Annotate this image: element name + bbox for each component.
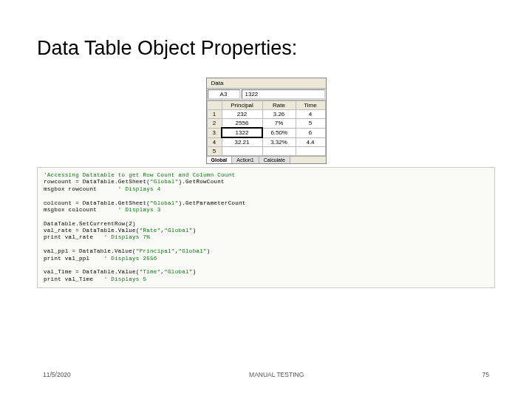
code-comment: 'Accessing Datatable to get Row Count an…	[44, 172, 235, 178]
table-row[interactable]: 4 32.21 3.32% 4.4	[207, 137, 325, 147]
table-row[interactable]: 3 1322 6.50% 6	[207, 128, 325, 137]
row-number[interactable]: 2	[207, 119, 222, 129]
page-title: Data Table Object Properties:	[37, 37, 495, 60]
cell[interactable]: 4	[296, 110, 325, 119]
cell[interactable]: 4.4	[296, 137, 325, 147]
code-line: )	[193, 228, 197, 233]
footer-date: 11/5/2020	[43, 371, 71, 378]
table-row[interactable]: 5	[207, 147, 325, 156]
code-line: )	[193, 269, 197, 275]
code-line: DataTable.SetCurrentRow(2)	[44, 221, 136, 227]
cell[interactable]: 32.21	[222, 137, 262, 147]
code-string: "Rate"	[140, 228, 161, 233]
code-comment: ' Displays 7%	[104, 234, 150, 240]
code-string: "Principal"	[136, 248, 175, 254]
code-line: ).GetParameterCount	[178, 200, 245, 206]
code-comment: ' Displays 3	[118, 207, 161, 213]
code-line: val_Time = DataTable.Value(	[44, 269, 140, 275]
cell[interactable]	[222, 147, 262, 156]
tab-calculate[interactable]: Calculate	[259, 157, 290, 163]
code-line: print val_rate	[44, 234, 104, 240]
code-line: colcount = DataTable.GetSheet(	[44, 200, 150, 206]
footer-page: 75	[482, 371, 489, 378]
code-string: "Global"	[150, 200, 178, 206]
data-grid[interactable]: Principal Rate Time 1 232 3.26 4 2 2556 …	[207, 100, 326, 156]
col-header-rate[interactable]: Rate	[262, 101, 296, 110]
row-number[interactable]: 3	[207, 128, 222, 137]
cell[interactable]: 6	[296, 128, 325, 137]
cell[interactable]	[262, 147, 296, 156]
col-header-principal[interactable]: Principal	[222, 101, 262, 110]
code-comment: ' Displays 5	[104, 276, 147, 282]
row-header-corner	[207, 101, 222, 110]
cell-value[interactable]: 1322	[242, 89, 325, 99]
data-panel-label: Data	[207, 78, 326, 89]
code-line: msgbox rowcount	[44, 186, 118, 192]
code-comment: ' Displays 4	[118, 186, 161, 192]
code-block: 'Accessing Datatable to get Row Count an…	[37, 167, 495, 288]
code-line: )	[207, 248, 211, 254]
code-line: ).GetRowCount	[178, 179, 224, 185]
cell-reference-bar: A3 1322	[207, 89, 326, 100]
selected-cell[interactable]: 1322	[222, 128, 262, 137]
code-string: "Global"	[164, 269, 192, 275]
code-line: msgbox colcount	[44, 207, 118, 213]
cell[interactable]: 232	[222, 110, 262, 119]
code-comment: ' Displays 2556	[104, 256, 157, 262]
cell[interactable]: 7%	[262, 119, 296, 129]
cell[interactable]: 3.26	[262, 110, 296, 119]
data-table-panel: Data A3 1322 Principal Rate Time 1 232 3…	[206, 78, 327, 164]
row-number[interactable]: 5	[207, 147, 222, 156]
cell-reference[interactable]: A3	[208, 89, 240, 99]
code-string: "Time"	[140, 269, 161, 275]
code-string: "Global"	[178, 248, 206, 254]
code-line: rowcount = DataTable.GetSheet(	[44, 179, 150, 185]
cell[interactable]: 5	[296, 119, 325, 129]
cell[interactable]: 6.50%	[262, 128, 296, 137]
cell[interactable]	[296, 147, 325, 156]
sheet-tabs: Global Action1 Calculate	[207, 156, 326, 163]
code-line: val_ppl = DataTable.Value(	[44, 248, 136, 254]
cell[interactable]: 3.32%	[262, 137, 296, 147]
table-row[interactable]: 1 232 3.26 4	[207, 110, 325, 119]
row-number[interactable]: 1	[207, 110, 222, 119]
tab-global[interactable]: Global	[207, 157, 233, 163]
slide-footer: 11/5/2020 MANUAL TESTING 75	[0, 371, 532, 378]
code-string: "Global"	[150, 179, 178, 185]
code-line: val_rate = DataTable.Value(	[44, 228, 140, 233]
cell[interactable]: 2556	[222, 119, 262, 129]
row-number[interactable]: 4	[207, 137, 222, 147]
footer-center: MANUAL TESTING	[249, 371, 304, 378]
code-line: print val_Time	[44, 276, 104, 282]
col-header-time[interactable]: Time	[296, 101, 325, 110]
code-string: "Global"	[164, 228, 192, 233]
tab-action1[interactable]: Action1	[232, 157, 259, 163]
table-row[interactable]: 2 2556 7% 5	[207, 119, 325, 129]
code-line: print val_ppl	[44, 256, 104, 262]
